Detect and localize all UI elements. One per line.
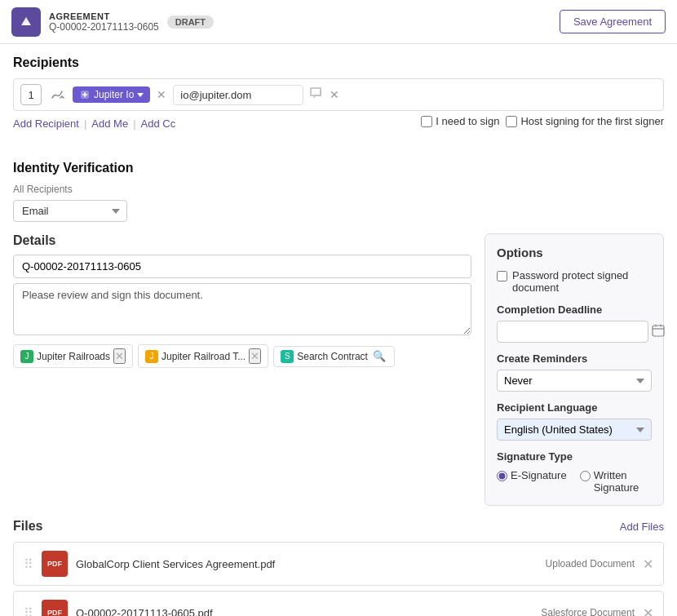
tag-label-2: Jupiter Railroad T... xyxy=(162,351,246,362)
recipient-type-label: Jupiter Io xyxy=(94,89,134,100)
file-row-2: ⠿ PDF Q-00002-20171113-0605.pdf Salesfor… xyxy=(13,591,664,616)
tag-jupiter-railroads: J Jupiter Railroads ✕ xyxy=(13,344,133,368)
message-textarea[interactable]: Please review and sign this document. xyxy=(13,283,471,335)
details-title: Details xyxy=(13,233,471,248)
recipients-title: Recipients xyxy=(13,55,664,70)
tag-icon-green: J xyxy=(20,350,33,363)
written-signature-label: WrittenSignature xyxy=(594,469,639,494)
recipient-row: 1 Jupiter Io ✕ xyxy=(13,78,664,111)
identity-sub: All Recipients xyxy=(13,184,664,195)
agreement-title: AGREEMENT xyxy=(49,11,159,21)
signature-type-row: E-Signature WrittenSignature xyxy=(497,469,652,494)
recipient-type-button[interactable]: Jupiter Io xyxy=(73,86,150,103)
chat-icon[interactable] xyxy=(308,86,323,104)
remove-file-2-button[interactable]: ✕ xyxy=(643,605,653,617)
tag-label-1: Jupiter Railroads xyxy=(37,351,110,362)
host-signing-checkbox[interactable] xyxy=(506,116,517,127)
written-signature-radio[interactable] xyxy=(580,471,591,481)
main-content: Recipients 1 Jupiter Io ✕ xyxy=(0,44,677,616)
top-bar: AGREEMENT Q-00002-20171113-0605 DRAFT Sa… xyxy=(0,0,677,44)
options-title: Options xyxy=(497,246,652,259)
files-title: Files xyxy=(13,519,42,534)
recipient-number: 1 xyxy=(20,84,42,105)
details-section: Details Please review and sign this docu… xyxy=(13,233,471,506)
add-recipient-link[interactable]: Add Recipient xyxy=(13,117,79,130)
recipient-language-label: Recipient Language xyxy=(497,401,652,414)
host-signing-label[interactable]: Host signing for the first signer xyxy=(506,115,664,127)
file-name-2: Q-00002-20171113-0605.pdf xyxy=(76,607,533,617)
recipients-actions-row: Add Recipient | Add Me | Add Cc I need t… xyxy=(13,117,664,138)
tag-icon-yellow: J xyxy=(145,350,158,363)
drag-handle-2[interactable]: ⠿ xyxy=(24,605,33,617)
remove-tag-1[interactable]: ✕ xyxy=(113,348,126,364)
password-protect-checkbox[interactable] xyxy=(497,271,507,281)
add-me-link[interactable]: Add Me xyxy=(91,117,128,130)
top-bar-left: AGREEMENT Q-00002-20171113-0605 DRAFT xyxy=(11,7,214,37)
written-signature-option[interactable]: WrittenSignature xyxy=(580,469,639,494)
tag-search-contract: S Search Contract 🔍 xyxy=(273,346,395,367)
create-reminders-label: Create Reminders xyxy=(497,352,652,365)
options-section: Options Password protect signed document… xyxy=(485,233,664,506)
language-select[interactable]: English (United States) Spanish French xyxy=(497,419,652,441)
completion-deadline-label: Completion Deadline xyxy=(497,304,652,316)
recipients-section: Recipients 1 Jupiter Io ✕ xyxy=(13,55,664,138)
file-type-2: Salesforce Document xyxy=(541,607,635,616)
tag-label-3: Search Contract xyxy=(297,351,368,362)
agreement-id-input[interactable] xyxy=(13,255,471,278)
file-name-1: GlobalCorp Client Services Agreement.pdf xyxy=(76,558,538,570)
remove-tag-2[interactable]: ✕ xyxy=(249,348,261,364)
calendar-icon-button[interactable] xyxy=(652,324,665,339)
password-protect-row: Password protect signed document xyxy=(497,269,652,294)
remove-file-1-button[interactable]: ✕ xyxy=(643,556,653,572)
file-type-1: Uploaded Document xyxy=(546,558,635,569)
signature-type-label: Signature Type xyxy=(497,450,652,463)
clear-name-button[interactable]: ✕ xyxy=(155,88,168,101)
svg-rect-2 xyxy=(653,326,664,336)
files-header: Files Add Files xyxy=(13,519,664,534)
pdf-icon-1: PDF xyxy=(42,551,68,577)
reminders-select[interactable]: Never Daily Weekly xyxy=(497,370,652,392)
i-need-sign-checkbox[interactable] xyxy=(421,116,432,127)
remove-recipient-button[interactable]: ✕ xyxy=(328,88,341,101)
password-protect-label: Password protect signed document xyxy=(512,269,652,294)
drag-handle-1[interactable]: ⠿ xyxy=(24,556,33,572)
add-files-link[interactable]: Add Files xyxy=(620,521,664,533)
e-signature-radio[interactable] xyxy=(497,471,507,481)
deadline-input-row xyxy=(497,321,652,343)
signature-icon xyxy=(46,84,68,105)
sign-options: I need to sign Host signing for the firs… xyxy=(421,115,664,127)
details-options-row: Details Please review and sign this docu… xyxy=(13,233,664,506)
tag-jupiter-railroad-t: J Jupiter Railroad T... ✕ xyxy=(138,344,268,368)
identity-method-select[interactable]: Email Phone ID Check xyxy=(13,200,127,222)
pdf-icon-2: PDF xyxy=(42,600,68,616)
i-need-sign-label[interactable]: I need to sign xyxy=(421,115,499,127)
deadline-input[interactable] xyxy=(497,321,648,343)
file-row-1: ⠿ PDF GlobalCorp Client Services Agreeme… xyxy=(13,542,664,586)
e-signature-label: E-Signature xyxy=(511,469,567,481)
add-cc-link[interactable]: Add Cc xyxy=(141,117,176,130)
options-panel: Options Password protect signed document… xyxy=(485,233,664,506)
tag-icon-teal: S xyxy=(281,350,294,363)
app-icon xyxy=(11,7,41,37)
save-agreement-button[interactable]: Save Agreement xyxy=(560,10,666,33)
e-signature-option[interactable]: E-Signature xyxy=(497,469,567,481)
identity-section: Identity Verification All Recipients Ema… xyxy=(13,161,664,222)
svg-rect-0 xyxy=(24,23,29,25)
recipient-email-input[interactable] xyxy=(173,85,303,105)
status-badge: DRAFT xyxy=(167,16,214,29)
search-contract-search-icon[interactable]: 🔍 xyxy=(371,350,387,362)
tags-row: J Jupiter Railroads ✕ J Jupiter Railroad… xyxy=(13,344,471,368)
identity-title: Identity Verification xyxy=(13,161,664,175)
files-section: Files Add Files ⠿ PDF GlobalCorp Client … xyxy=(13,519,664,616)
agreement-id: Q-00002-20171113-0605 xyxy=(49,21,159,33)
agreement-info: AGREEMENT Q-00002-20171113-0605 xyxy=(49,11,159,33)
